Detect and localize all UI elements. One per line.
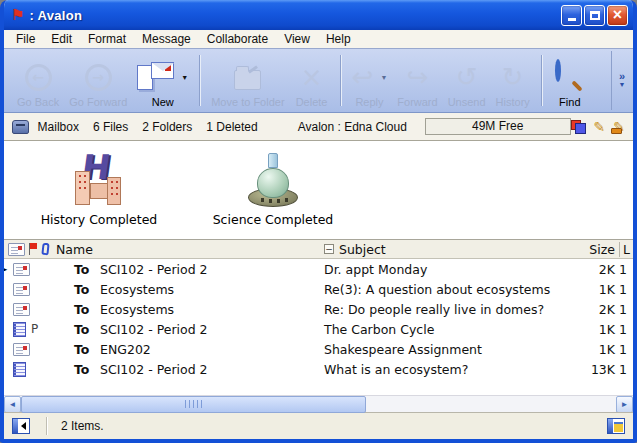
reply-button: ↩▼Reply: [347, 51, 393, 110]
reply-dropdown-icon[interactable]: ▼: [380, 74, 387, 81]
date-fragment-cell: 1: [619, 362, 633, 377]
toolbar-overflow-button[interactable]: »▼: [611, 51, 629, 110]
collapse-left-panel-icon[interactable]: [12, 418, 30, 434]
size-cell: 1K: [573, 342, 619, 357]
minimize-button[interactable]: [561, 5, 582, 26]
subject-cell: Dr. appt Monday: [322, 262, 573, 277]
signature-pencil-icon[interactable]: ✎: [613, 120, 625, 134]
last-modified-column-header[interactable]: L: [619, 242, 633, 257]
subject-cell: Re(3): A question about ecosystems: [322, 282, 573, 297]
subject-cell: What is an ecosystem?: [322, 362, 573, 377]
menu-bar: FileEditFormatMessageCollaborateViewHelp: [4, 30, 633, 49]
files-count: 6 Files: [93, 120, 128, 134]
message-icon: [13, 303, 30, 316]
statusbar-divider: [46, 417, 47, 435]
new-envelope-icon: [151, 62, 174, 79]
close-button[interactable]: ×: [607, 5, 628, 26]
menu-file[interactable]: File: [8, 30, 43, 48]
scroll-right-button[interactable]: ►: [616, 396, 633, 413]
document-icon: [13, 322, 26, 337]
message-row[interactable]: ToEcosystemsRe(3): A question about ecos…: [4, 279, 633, 299]
minimize-icon: [568, 18, 576, 21]
horizontal-scrollbar[interactable]: ◄ ►: [4, 395, 633, 412]
new-label: New: [152, 96, 174, 108]
recipient-name: ENG202: [100, 342, 151, 357]
reply-label: Reply: [355, 96, 383, 108]
panel-layout-icon[interactable]: [607, 418, 625, 434]
collapse-subject-icon[interactable]: −: [324, 244, 334, 254]
subject-column-header[interactable]: Subject: [339, 242, 386, 257]
name-column-header[interactable]: Name: [56, 242, 322, 257]
new-button[interactable]: ▼New: [132, 51, 193, 110]
message-icon: [13, 283, 30, 296]
menu-edit[interactable]: Edit: [43, 30, 80, 48]
desktop-icon-science-completed[interactable]: Science Completed: [208, 151, 338, 227]
name-cell: ToSCI102 - Period 2: [56, 262, 322, 277]
building-icon-art: H: [72, 153, 126, 207]
status-bar: 2 Items.: [4, 412, 633, 439]
overflow-chevron-icon: »: [619, 72, 625, 81]
new-dropdown-icon[interactable]: ▼: [181, 74, 188, 81]
new-message-icon: [137, 62, 174, 93]
free-space-indicator: 49M Free: [425, 118, 571, 135]
message-row[interactable]: PToSCI102 - Period 2The Carbon Cycle1K1: [4, 319, 633, 339]
move-to-folder-icon-area: [234, 59, 261, 95]
deleted-count: 1 Deleted: [206, 120, 257, 134]
close-icon: ×: [613, 7, 622, 23]
forward-label: Forward: [397, 96, 437, 108]
history-button: ↻History: [491, 51, 535, 110]
date-fragment-cell: 1: [619, 302, 633, 317]
go-back-icon: ←: [25, 64, 52, 91]
unsend-icon-area: ↺: [456, 59, 478, 95]
find-icon: [555, 62, 585, 93]
to-label: To: [74, 362, 100, 377]
building-center: [90, 183, 108, 199]
menu-collaborate[interactable]: Collaborate: [199, 30, 276, 48]
desktop-icon-history-completed[interactable]: HHistory Completed: [34, 151, 164, 227]
folder-icons-pane: HHistory CompletedScience Completed: [4, 141, 633, 239]
find-handle-icon: [571, 80, 582, 91]
find-label: Find: [559, 96, 580, 108]
menu-format[interactable]: Format: [80, 30, 134, 48]
history-label: History: [496, 96, 530, 108]
message-row[interactable]: ToEcosystemsRe: Do people really live in…: [4, 299, 633, 319]
mailbox-info-bar: Mailbox 6 Files 2 Folders 1 Deleted Aval…: [4, 113, 633, 141]
flag-indicator: P: [31, 322, 38, 336]
menu-message[interactable]: Message: [134, 30, 199, 48]
toolbar-separator: [199, 55, 200, 106]
message-column-icon[interactable]: [8, 243, 25, 256]
subject-cell: The Carbon Cycle: [322, 322, 573, 337]
delete-icon: ×: [301, 62, 323, 92]
menu-view[interactable]: View: [276, 30, 318, 48]
scrollbar-track[interactable]: [21, 396, 616, 413]
edit-pencil-icon[interactable]: ✎: [594, 120, 606, 134]
go-back-button: ←Go Back: [12, 51, 64, 110]
building-right-tower: [107, 177, 121, 205]
date-fragment-cell: 1: [619, 342, 633, 357]
message-row[interactable]: ToENG202Shakespeare Assignment1K1: [4, 339, 633, 359]
find-button[interactable]: Find: [548, 51, 592, 110]
titlebar[interactable]: ⚑ : Avalon ×: [4, 0, 633, 30]
menu-help[interactable]: Help: [318, 30, 359, 48]
scrollbar-thumb[interactable]: [21, 396, 366, 413]
message-row[interactable]: ►ToSCI102 - Period 2Dr. appt Monday2K1: [4, 259, 633, 279]
permissions-icon[interactable]: [571, 120, 586, 134]
message-row[interactable]: ToSCI102 - Period 2What is an ecosystem?…: [4, 359, 633, 379]
row-icons-cell: [8, 303, 56, 316]
scroll-left-button[interactable]: ◄: [4, 396, 21, 413]
date-fragment-cell: 1: [619, 322, 633, 337]
app-flag-icon: ⚑: [11, 6, 24, 24]
attachment-column-icon[interactable]: [41, 243, 49, 256]
maximize-button[interactable]: [584, 5, 605, 26]
toolbar-separator: [340, 55, 341, 106]
list-header: Name − Subject Size L: [4, 239, 633, 259]
recipient-name: Ecosystems: [100, 302, 174, 317]
row-icons-cell: [8, 283, 56, 296]
size-column-header[interactable]: Size: [573, 242, 619, 257]
date-fragment-cell: 1: [619, 262, 633, 277]
size-cell: 2K: [573, 262, 619, 277]
flag-column-icon[interactable]: [29, 243, 38, 255]
overflow-down-icon: ▼: [619, 81, 626, 89]
size-cell: 13K: [573, 362, 619, 377]
avalon-window: ⚑ : Avalon × FileEditFormatMessageCollab…: [0, 0, 637, 443]
